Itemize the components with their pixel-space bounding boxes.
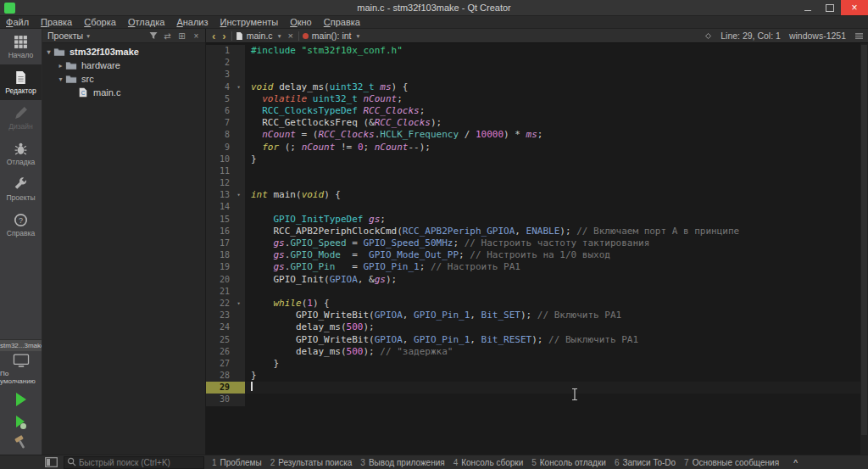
- menu-item[interactable]: Справка: [318, 16, 366, 28]
- tree-item-main-c[interactable]: Cmain.c: [42, 86, 205, 99]
- gutter[interactable]: 2: [206, 57, 245, 69]
- locator-search[interactable]: [64, 456, 204, 469]
- mode-tab-design[interactable]: Дизайн: [0, 100, 42, 136]
- menu-item[interactable]: Отладка: [122, 16, 171, 28]
- maximize-output-button[interactable]: ^: [793, 458, 798, 466]
- gutter[interactable]: 23: [206, 310, 245, 321]
- menu-item[interactable]: Сборка: [78, 16, 122, 28]
- gutter[interactable]: 22▾: [206, 298, 245, 310]
- mode-tab-edit[interactable]: Редактор: [0, 64, 42, 100]
- gutter[interactable]: 26: [206, 346, 245, 358]
- menu-item[interactable]: Правка: [35, 16, 78, 28]
- code-line[interactable]: 23 GPIO_WriteBit(GPIOA, GPIO_Pin_1, Bit_…: [206, 310, 868, 321]
- code-line[interactable]: 30: [206, 394, 868, 405]
- code-line[interactable]: 29: [206, 382, 868, 394]
- symbol-selector[interactable]: main(): int: [312, 31, 352, 41]
- gutter[interactable]: 29: [206, 382, 245, 394]
- projects-pane-selector[interactable]: Проекты: [46, 31, 85, 41]
- code-line[interactable]: 6 RCC_ClocksTypeDef RCC_Clocks;: [206, 105, 868, 117]
- gutter[interactable]: 5: [206, 93, 245, 105]
- code-line[interactable]: 18 gs.GPIO_Mode = GPIO_Mode_Out_PP; // Н…: [206, 249, 868, 261]
- menu-item[interactable]: Анализ: [170, 16, 214, 28]
- mode-tab-help[interactable]: ?Справка: [0, 207, 42, 243]
- forward-button[interactable]: ›: [220, 31, 227, 42]
- mode-tab-debug[interactable]: Отладка: [0, 136, 42, 171]
- filter-icon[interactable]: [147, 31, 159, 42]
- gutter[interactable]: 4▾: [206, 81, 245, 93]
- code-line[interactable]: 28}: [206, 370, 868, 382]
- fold-marker-icon[interactable]: ▾: [232, 81, 245, 93]
- output-pane-button[interactable]: 5Консоль отладки: [527, 455, 610, 469]
- close-document-button[interactable]: ×: [286, 31, 294, 41]
- gutter[interactable]: 14: [206, 201, 245, 213]
- output-pane-button[interactable]: 3Вывод приложения: [356, 455, 448, 469]
- code-line[interactable]: 7 RCC_GetClocksFreq (&RCC_Clocks);: [206, 117, 868, 129]
- gutter[interactable]: 21: [206, 286, 245, 298]
- output-pane-button[interactable]: 7Основные сообщения: [680, 455, 783, 469]
- gutter[interactable]: 28: [206, 370, 245, 382]
- code-line[interactable]: 9 for (; nCount != 0; nCount--);: [206, 142, 868, 154]
- code-line[interactable]: 27 }: [206, 358, 868, 370]
- code-line[interactable]: 15 GPIO_InitTypeDef gs;: [206, 214, 868, 226]
- expand-arrow-icon[interactable]: ▾: [56, 75, 65, 83]
- gutter[interactable]: 30: [206, 394, 245, 405]
- gutter[interactable]: 16: [206, 226, 245, 237]
- code-line[interactable]: 26 delay_ms(500); // "задержка": [206, 346, 868, 358]
- scrollbar-thumb[interactable]: [861, 45, 867, 435]
- gutter[interactable]: 15: [206, 214, 245, 226]
- gutter[interactable]: 27: [206, 358, 245, 370]
- symbol-dropdown-icon[interactable]: ▾: [357, 32, 360, 40]
- code-line[interactable]: 20 GPIO_Init(GPIOA, &gs);: [206, 274, 868, 286]
- gutter[interactable]: 20: [206, 274, 245, 286]
- file-dropdown-icon[interactable]: ▾: [278, 32, 281, 40]
- gutter[interactable]: 11: [206, 165, 245, 177]
- toggle-left-sidebar-button[interactable]: [45, 457, 60, 468]
- gutter[interactable]: 1: [206, 45, 245, 57]
- gutter[interactable]: 10: [206, 154, 245, 165]
- expand-arrow-icon[interactable]: ▾: [44, 48, 53, 56]
- code-line[interactable]: 5 volatile uint32_t nCount;: [206, 93, 868, 105]
- code-line[interactable]: 14: [206, 201, 868, 213]
- code-editor[interactable]: 1#include "stm32f10x_conf.h"234▾void del…: [206, 43, 868, 455]
- gutter[interactable]: 17: [206, 237, 245, 249]
- gutter[interactable]: 13▾: [206, 189, 245, 201]
- document-options-icon[interactable]: [854, 32, 864, 40]
- tree-item-stm32f103make[interactable]: ▾stm32f103make: [42, 45, 205, 59]
- code-line[interactable]: 19 gs.GPIO_Pin = GPIO_Pin_1; // Настроит…: [206, 261, 868, 273]
- tree-item-src[interactable]: ▾src: [42, 72, 205, 86]
- menu-item[interactable]: Окно: [284, 16, 318, 28]
- build-button[interactable]: [0, 433, 42, 455]
- code-line[interactable]: 10}: [206, 154, 868, 165]
- minimize-button[interactable]: [797, 0, 819, 15]
- mode-tab-projects[interactable]: Проекты: [0, 171, 42, 207]
- back-button[interactable]: ‹: [210, 31, 217, 42]
- maximize-button[interactable]: [819, 0, 841, 15]
- run-button[interactable]: [0, 388, 42, 410]
- mode-tab-welcome[interactable]: Начало: [0, 29, 42, 64]
- gutter[interactable]: 19: [206, 261, 245, 273]
- menu-item[interactable]: Файл: [0, 16, 35, 28]
- tree-item-hardware[interactable]: ▸hardware: [42, 59, 205, 72]
- code-line[interactable]: 1#include "stm32f10x_conf.h": [206, 45, 868, 57]
- code-line[interactable]: 8 nCount = (RCC_Clocks.HCLK_Frequency / …: [206, 129, 868, 141]
- code-line[interactable]: 13▾int main(void) {: [206, 189, 868, 201]
- output-pane-button[interactable]: 2Результаты поиска: [266, 455, 357, 469]
- code-line[interactable]: 22▾ while(1) {: [206, 298, 868, 310]
- code-line[interactable]: 25 GPIO_WriteBit(GPIOA, GPIO_Pin_1, Bit_…: [206, 334, 868, 346]
- debug-run-button[interactable]: [0, 410, 42, 433]
- code-line[interactable]: 4▾void delay_ms(uint32_t ms) {: [206, 81, 868, 93]
- gutter[interactable]: 24: [206, 321, 245, 333]
- gutter[interactable]: 9: [206, 142, 245, 154]
- close-pane-icon[interactable]: ×: [191, 31, 202, 42]
- fold-marker-icon[interactable]: ▾: [232, 189, 245, 201]
- output-pane-button[interactable]: 1Проблемы: [208, 455, 266, 469]
- code-line[interactable]: 16 RCC_APB2PeriphClockCmd(RCC_APB2Periph…: [206, 226, 868, 237]
- code-line[interactable]: 3: [206, 69, 868, 81]
- code-line[interactable]: 2: [206, 57, 868, 69]
- locator-input[interactable]: [79, 458, 201, 467]
- gutter[interactable]: 25: [206, 334, 245, 346]
- gutter[interactable]: 6: [206, 105, 245, 117]
- code-line[interactable]: 17 gs.GPIO_Speed = GPIO_Speed_50MHz; // …: [206, 237, 868, 249]
- output-pane-button[interactable]: 6Записи To-Do: [610, 455, 680, 469]
- code-line[interactable]: 24 delay_ms(500);: [206, 321, 868, 333]
